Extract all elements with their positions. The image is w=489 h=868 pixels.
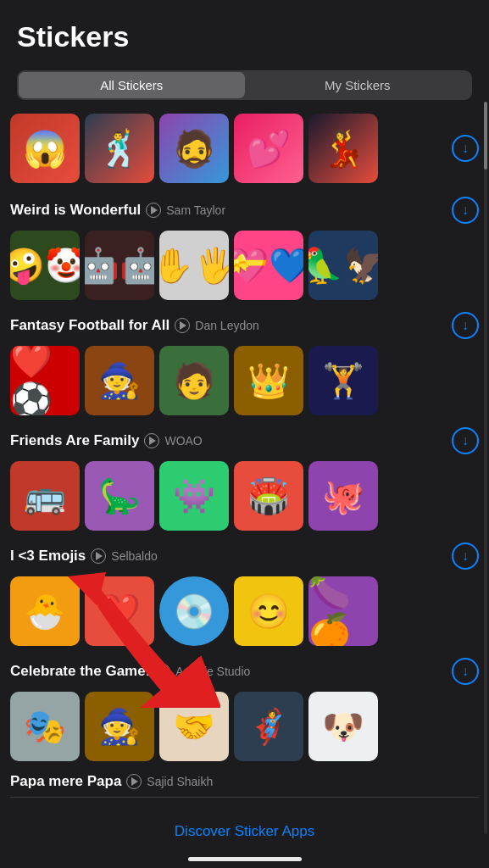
sticker-item: 🐣: [10, 576, 80, 646]
pack-football-stickers: ❤️⚽ 🧙 🧑 👑 🏋️: [10, 346, 479, 415]
sticker-item: 🧑: [159, 346, 229, 415]
pack-celebrate-author: Arcade Studio: [175, 665, 250, 678]
sticker-item: 🍆🍊: [308, 576, 378, 646]
sticker-item: ✋: [159, 231, 229, 300]
pack-papa-title: Papa mere Papa: [10, 773, 121, 790]
pack-friends-play-icon[interactable]: [144, 433, 159, 448]
download-icon: ↓: [462, 665, 469, 678]
scrollbar-track: [484, 102, 487, 834]
divider: [10, 797, 479, 798]
pack-emojis-author: Selbaldo: [111, 549, 158, 563]
pack-emojis-download-button[interactable]: ↓: [452, 542, 479, 570]
sticker-item: 🏋️: [308, 346, 378, 415]
sticker-item: 🤝: [159, 692, 229, 761]
download-icon: ↓: [462, 203, 469, 217]
page-title: Stickers: [17, 20, 472, 53]
sticker-item: 🚌: [10, 461, 80, 531]
sticker-item: 🏟️: [234, 461, 303, 531]
pack-friends-stickers: 🚌 🦕 👾 🏟️ 🐙: [10, 461, 479, 531]
tab-bar: All Stickers My Stickers: [17, 70, 472, 100]
featured-sticker-5: 💃: [308, 114, 378, 183]
sticker-item: 💿: [159, 576, 229, 646]
sticker-item: 🐶: [308, 692, 378, 761]
pack-emojis-title: I <3 Emojis: [10, 548, 86, 565]
pack-football-author: Dan Leydon: [195, 319, 259, 332]
sticker-item: 🧙: [85, 346, 154, 415]
scrollbar-thumb[interactable]: [484, 102, 487, 170]
pack-football-play-icon[interactable]: [175, 318, 190, 333]
featured-sticker-3: 🧔: [159, 114, 229, 183]
pack-papa: Papa mere Papa Sajid Shaikh: [10, 773, 479, 790]
download-icon: ↓: [462, 434, 469, 448]
sticker-item: 🧙: [85, 692, 154, 761]
tab-my-stickers[interactable]: My Stickers: [245, 72, 471, 98]
tab-all-stickers[interactable]: All Stickers: [19, 72, 245, 98]
sticker-item: 🎭: [10, 692, 80, 761]
pack-weird-download-button[interactable]: ↓: [452, 197, 479, 224]
pack-papa-author: Sajid Shaikh: [147, 775, 213, 788]
pack-friends-title: Friends Are Family: [10, 432, 139, 449]
pack-weird-title: Weird is Wonderful: [10, 202, 141, 219]
pack-weird-stickers: 🤪 🤖 ✋ 💝 🦜: [10, 231, 479, 300]
pack-friends: Friends Are Family WOAO ↓ 🚌 🦕 👾 🏟️ 🐙: [10, 427, 479, 531]
sticker-item: 👾: [159, 461, 229, 531]
sticker-item: 🦜: [308, 231, 378, 300]
pack-papa-play-icon[interactable]: [126, 774, 142, 789]
featured-sticker-4: 💕: [234, 114, 303, 183]
pack-weird-play-icon[interactable]: [146, 203, 161, 218]
pack-emojis: I <3 Emojis Selbaldo ↓ 🐣 ❤️ 💿 😊 🍆🍊: [10, 542, 479, 646]
home-indicator: [188, 857, 302, 861]
sticker-item: 🦸: [234, 692, 303, 761]
sticker-item: 😊: [234, 576, 303, 646]
sticker-item: ❤️: [85, 576, 154, 646]
featured-sticker-2: 🕺: [85, 114, 154, 183]
featured-row: 😱 🕺 🧔 💕 💃 ↓: [10, 114, 479, 183]
sticker-item: 💝: [234, 231, 303, 300]
pack-football-title: Fantasy Football for All: [10, 317, 169, 334]
pack-football-download-button[interactable]: ↓: [452, 312, 479, 339]
pack-celebrate-stickers: 🎭 🧙 🤝 🦸 🐶: [10, 692, 479, 761]
pack-weird-author: Sam Taylor: [166, 203, 225, 217]
discover-sticker-apps-button[interactable]: Discover Sticker Apps: [10, 810, 479, 854]
sticker-item: 👑: [234, 346, 303, 415]
sticker-item: 🤖: [85, 231, 154, 300]
pack-celebrate-play-icon[interactable]: [155, 664, 170, 679]
sticker-item: ❤️⚽: [10, 346, 80, 415]
sticker-item: 🐙: [308, 461, 378, 531]
pack-celebrate-title: Celebrate the Game!: [10, 663, 150, 680]
download-icon: ↓: [462, 549, 469, 563]
pack-emojis-play-icon[interactable]: [91, 548, 106, 564]
download-icon: ↓: [462, 319, 469, 332]
content-area: 😱 🕺 🧔 💕 💃 ↓ Weird is Wonderful Sam Taylo…: [0, 114, 489, 863]
pack-friends-author: WOAO: [164, 434, 202, 448]
pack-weird: Weird is Wonderful Sam Taylor ↓ 🤪 🤖 ✋ 💝 …: [10, 197, 479, 300]
sticker-item: 🤪: [10, 231, 80, 300]
pack-football: Fantasy Football for All Dan Leydon ↓ ❤️…: [10, 312, 479, 415]
pack-celebrate: Celebrate the Game! Arcade Studio ↓ 🎭 🧙 …: [10, 658, 479, 761]
featured-sticker-1: 😱: [10, 114, 80, 183]
header: Stickers: [0, 0, 489, 64]
featured-download-button[interactable]: ↓: [452, 135, 479, 162]
pack-emojis-stickers: 🐣 ❤️ 💿 😊 🍆🍊: [10, 576, 479, 646]
download-icon: ↓: [462, 142, 469, 155]
sticker-item: 🦕: [85, 461, 154, 531]
pack-friends-download-button[interactable]: ↓: [452, 427, 479, 454]
pack-celebrate-download-button[interactable]: ↓: [452, 658, 479, 685]
